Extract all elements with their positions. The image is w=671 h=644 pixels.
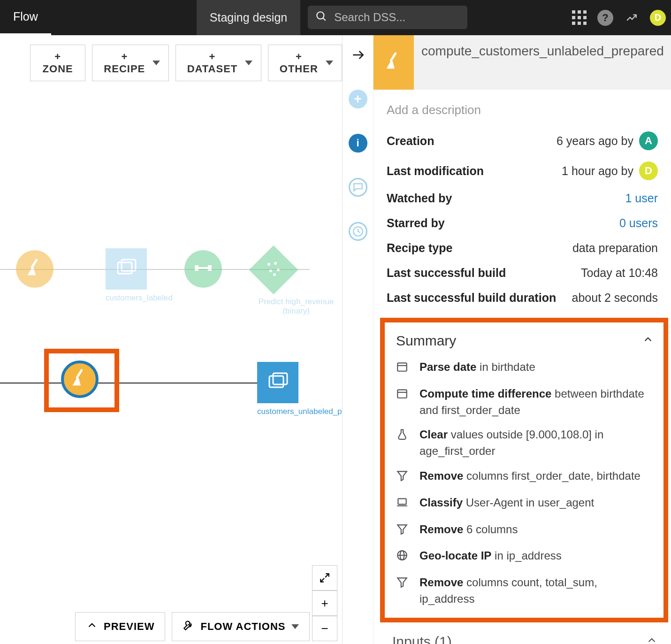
svg-rect-23 — [398, 498, 406, 504]
meta-type-value: data preparation — [572, 241, 658, 255]
dataset-icon — [115, 258, 137, 280]
svg-marker-25 — [397, 525, 407, 534]
node-label: Predict high_revenue (binary) — [250, 297, 342, 315]
svg-rect-2 — [118, 262, 132, 274]
staging-design-indicator[interactable]: Staging design — [197, 0, 300, 35]
chevron-down-icon — [245, 61, 252, 65]
nav-flow[interactable]: Flow — [0, 0, 51, 35]
collapse-panel-icon[interactable] — [351, 47, 366, 64]
zoom-out-button[interactable]: − — [312, 616, 337, 641]
discussion-tab-icon[interactable] — [349, 178, 367, 197]
flow-node-recipe-selected[interactable] — [61, 360, 99, 398]
staging-label: Staging design — [210, 11, 287, 24]
svg-line-1 — [323, 18, 325, 20]
step-detail: in ip_address — [491, 549, 561, 562]
add-other-button[interactable]: + OTHER — [268, 45, 342, 81]
add-recipe-label: + RECIPE — [101, 51, 148, 75]
svg-point-11 — [273, 273, 276, 276]
flow-canvas[interactable]: + ZONE + RECIPE + DATASET + OTHER custom… — [0, 35, 343, 644]
apps-menu-icon[interactable] — [566, 0, 592, 35]
description-placeholder[interactable]: Add a description — [374, 90, 671, 130]
step-action: Classify — [419, 496, 463, 509]
summary-step: Remove columns first_order_date, birthda… — [396, 468, 654, 486]
summary-section: Summary Parse date in birthdate Compute … — [380, 318, 668, 622]
starred-link[interactable]: 0 users — [619, 216, 658, 230]
recipe-type-badge — [374, 35, 414, 90]
right-rail: + i — [343, 35, 374, 644]
add-zone-button[interactable]: + ZONE — [30, 45, 85, 81]
top-bar: Flow Staging design ? D — [0, 0, 671, 35]
flow-node-dataset-customers-labeled[interactable]: customers_labeled — [106, 248, 173, 303]
step-action: Geo-locate IP — [419, 549, 491, 562]
add-recipe-button[interactable]: + RECIPE — [92, 45, 169, 81]
broom-icon — [69, 368, 91, 391]
flow-toolbar: + ZONE + RECIPE + DATASET + OTHER — [30, 45, 342, 81]
detail-panel: compute_customers_unlabeled_prepared Add… — [374, 35, 671, 644]
meta-creation-value: 6 years ago by — [557, 134, 633, 148]
step-action: Compute time difference — [419, 387, 551, 400]
meta-type-key: Recipe type — [387, 241, 568, 255]
chevron-up-icon — [86, 619, 98, 634]
dataset-icon — [267, 371, 289, 394]
step-detail: User-Agent in user_agent — [463, 496, 594, 509]
flow-node-dataset-unlabeled-prepared[interactable]: customers_unlabeled_prepared — [257, 362, 343, 416]
svg-rect-20 — [397, 390, 407, 398]
calendar-icon — [396, 360, 410, 377]
info-tab-icon[interactable]: i — [349, 134, 367, 153]
svg-point-7 — [267, 263, 270, 266]
svg-rect-4 — [195, 265, 198, 271]
inputs-section-header[interactable]: Inputs (1) — [374, 622, 671, 644]
step-action: Remove — [419, 523, 463, 536]
step-action: Parse date — [419, 360, 476, 373]
svg-point-10 — [277, 268, 280, 271]
creator-avatar[interactable]: A — [639, 131, 658, 150]
modifier-avatar[interactable]: D — [639, 161, 658, 180]
preview-button[interactable]: PREVIEW — [75, 612, 165, 641]
summary-step: Compute time difference between birthdat… — [396, 386, 654, 419]
svg-marker-22 — [397, 471, 407, 481]
help-icon[interactable]: ? — [592, 0, 618, 35]
zoom-in-button[interactable]: + — [312, 590, 337, 616]
flow-actions-label: FLOW ACTIONS — [200, 621, 285, 633]
add-tab-icon[interactable]: + — [349, 90, 367, 108]
globe-icon — [396, 549, 410, 566]
meta-starred-key: Starred by — [387, 216, 615, 230]
meta-lastmod-value: 1 hour ago by — [562, 164, 633, 178]
detail-title: compute_customers_unlabeled_prepared — [421, 35, 670, 90]
trend-icon[interactable] — [618, 0, 645, 35]
chevron-down-icon — [152, 61, 160, 65]
preview-label: PREVIEW — [104, 621, 154, 633]
svg-point-9 — [269, 269, 272, 272]
svg-rect-6 — [198, 267, 208, 269]
svg-point-8 — [274, 262, 277, 265]
laptop-icon — [396, 496, 410, 513]
fullscreen-button[interactable] — [312, 565, 337, 590]
calendar-icon — [396, 387, 410, 419]
chevron-down-icon — [326, 61, 333, 65]
meta-dur-value: about 2 seconds — [572, 291, 658, 305]
svg-rect-12 — [269, 376, 283, 387]
collapse-summary-icon[interactable] — [642, 333, 654, 349]
nav-flow-label: Flow — [13, 10, 38, 23]
flow-node-recipe-prep-1[interactable] — [16, 250, 53, 288]
filter-icon — [396, 576, 410, 607]
global-search[interactable] — [308, 6, 467, 29]
meta-build-key: Last successful build — [387, 266, 576, 280]
flow-actions-button[interactable]: FLOW ACTIONS — [172, 612, 309, 641]
search-input[interactable] — [334, 11, 460, 24]
add-dataset-label: + DATASET — [184, 51, 240, 75]
step-action: Remove — [419, 576, 463, 589]
add-dataset-button[interactable]: + DATASET — [175, 45, 261, 81]
inputs-label: Inputs (1) — [392, 634, 452, 644]
summary-step: Remove columns count, total_sum, ip_addr… — [396, 575, 654, 607]
flow-node-ml-train[interactable] — [184, 250, 222, 288]
watched-link[interactable]: 1 user — [625, 192, 658, 205]
user-avatar[interactable]: D — [645, 0, 671, 35]
flow-node-model-predict[interactable]: Predict high_revenue (binary) — [250, 246, 342, 315]
summary-step: Parse date in birthdate — [396, 359, 654, 377]
svg-line-14 — [325, 574, 329, 577]
search-icon — [315, 10, 328, 24]
history-tab-icon[interactable] — [349, 222, 367, 241]
svg-rect-13 — [273, 373, 287, 384]
step-action: Clear — [419, 428, 448, 441]
